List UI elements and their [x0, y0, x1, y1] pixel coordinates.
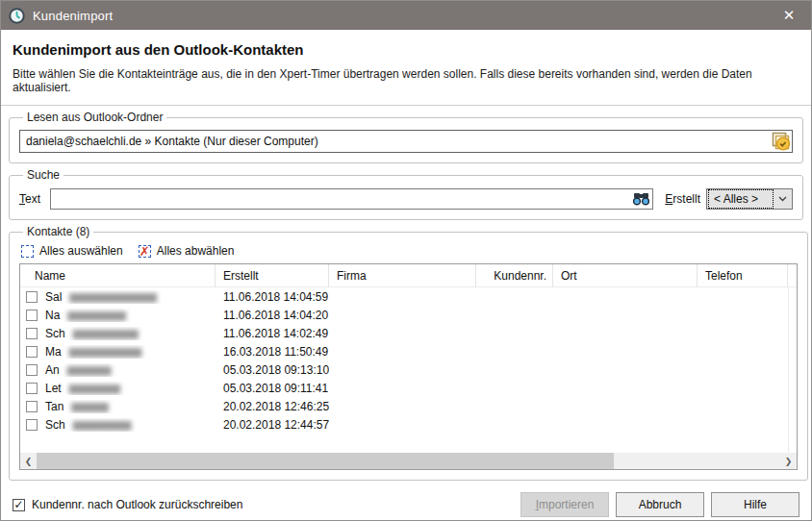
created-filter-value: < Alles >	[709, 190, 773, 208]
redacted-name: ▆▆▆▆▆▆▆▆	[67, 309, 125, 321]
created-label: Erstellt	[665, 192, 700, 206]
dialog-footer: ✓ Kundennr. nach Outlook zurückschreiben…	[13, 492, 799, 517]
table-row[interactable]: Sal▆▆▆▆▆▆▆▆▆▆▆▆ 11.06.2018 14:04:59	[20, 287, 797, 306]
binoculars-icon[interactable]	[633, 192, 649, 206]
text-label: Text	[19, 192, 40, 206]
outlook-folder-group-label: Lesen aus Outlook-Ordner	[23, 111, 166, 124]
created-cell: 20.02.2018 12:46:25	[216, 400, 329, 413]
redacted-name: ▆▆▆▆▆▆▆▆	[73, 418, 131, 431]
created-cell: 05.03.2018 09:13:10	[216, 363, 329, 377]
cancel-button[interactable]: Abbruch	[616, 492, 704, 517]
scroll-right-arrow-icon[interactable]: ❯	[780, 453, 797, 469]
column-header-phone[interactable]: Telefon	[698, 264, 788, 287]
column-header-created[interactable]: Erstellt	[216, 264, 329, 287]
redacted-name: ▆▆▆▆▆▆▆▆▆▆▆▆	[69, 290, 156, 303]
table-row[interactable]: Ma▆▆▆▆▆▆▆▆▆▆ 16.03.2018 11:50:49	[20, 342, 797, 360]
kundenimport-dialog: Kundenimport ✕ Kundenimport aus den Outl…	[0, 0, 812, 521]
horizontal-scrollbar[interactable]: ❮ ❯	[20, 453, 797, 469]
check-icon: ✓	[13, 500, 23, 510]
row-checkbox[interactable]	[26, 310, 38, 321]
row-checkbox[interactable]	[26, 346, 38, 358]
row-checkbox[interactable]	[26, 291, 38, 303]
redacted-name: ▆▆▆▆▆	[71, 400, 107, 412]
search-input[interactable]	[50, 188, 653, 210]
outlook-folder-picker-button[interactable]	[770, 131, 792, 152]
search-group-label: Suche	[23, 168, 63, 182]
empty-checkbox-icon	[21, 245, 34, 258]
import-button[interactable]: Importieren	[520, 492, 609, 517]
created-cell: 20.02.2018 12:44:57	[216, 418, 329, 432]
table-row[interactable]: Tan▆▆▆▆▆ 20.02.2018 12:46:25	[20, 397, 797, 415]
row-checkbox[interactable]	[26, 328, 38, 339]
red-x-checkbox-icon: ✗	[139, 245, 151, 258]
page-description: Bitte wählen Sie die Kontakteinträge aus…	[13, 67, 799, 94]
table-row[interactable]: Sch▆▆▆▆▆▆▆▆▆ 11.06.2018 14:02:49	[20, 324, 797, 342]
created-cell: 11.06.2018 14:04:20	[216, 309, 329, 322]
redacted-name: ▆▆▆▆▆▆▆	[69, 382, 119, 394]
row-checkbox[interactable]	[26, 364, 38, 376]
table-row[interactable]: Sch▆▆▆▆▆▆▆▆ 20.02.2018 12:44:57	[20, 415, 797, 434]
column-header-company[interactable]: Firma	[329, 264, 476, 287]
select-all-button[interactable]: Alles auswählen	[21, 244, 123, 258]
row-checkbox[interactable]	[26, 419, 38, 431]
row-checkbox[interactable]	[26, 401, 38, 412]
contacts-table: Name Erstellt Firma Kundennr. Ort Telefo…	[19, 263, 798, 470]
table-header: Name Erstellt Firma Kundennr. Ort Telefo…	[20, 264, 797, 287]
table-row[interactable]: Na▆▆▆▆▆▆▆▆ 11.06.2018 14:04:20	[20, 306, 797, 324]
created-cell: 11.06.2018 14:04:59	[216, 290, 329, 304]
search-group: Suche Text Erstellt < Alles >	[9, 168, 803, 220]
writeback-checkbox[interactable]: ✓	[13, 499, 25, 511]
titlebar: Kundenimport ✕	[1, 1, 811, 30]
window-title: Kundenimport	[33, 9, 765, 23]
column-header-name[interactable]: Name	[20, 264, 216, 287]
column-header-spacer	[788, 264, 797, 287]
contacts-group: Kontakte (8) Alles auswählen ✗ Alles abw…	[9, 225, 808, 481]
deselect-all-button[interactable]: ✗ Alles abwählen	[139, 244, 235, 258]
table-empty-area	[20, 434, 797, 453]
scrollbar-thumb[interactable]	[37, 453, 614, 469]
xpert-timer-clock-icon	[9, 8, 25, 24]
created-filter-dropdown[interactable]: < Alles >	[706, 188, 793, 210]
help-button[interactable]: Hilfe	[711, 492, 799, 517]
scrollbar-track[interactable]	[37, 453, 780, 469]
outlook-icon	[772, 132, 791, 152]
table-row[interactable]: Let▆▆▆▆▆▆▆ 05.03.2018 09:11:41	[20, 379, 797, 397]
created-cell: 16.03.2018 11:50:49	[216, 345, 329, 359]
deselect-all-label: Alles abwählen	[157, 244, 235, 258]
close-icon: ✕	[783, 7, 796, 24]
column-header-city[interactable]: Ort	[553, 264, 698, 287]
redacted-name: ▆▆▆▆▆▆	[67, 363, 111, 376]
created-cell: 05.03.2018 09:11:41	[216, 382, 329, 395]
row-checkbox[interactable]	[26, 383, 38, 394]
outlook-folder-field[interactable]	[19, 130, 793, 153]
writeback-label: Kundennr. nach Outlook zurückschreiben	[32, 498, 242, 511]
redacted-name: ▆▆▆▆▆▆▆▆▆▆	[69, 345, 141, 358]
table-row[interactable]: An▆▆▆▆▆▆ 05.03.2018 09:13:10	[20, 360, 797, 379]
outlook-folder-group: Lesen aus Outlook-Ordner	[9, 111, 803, 163]
created-cell: 11.06.2018 14:02:49	[216, 327, 329, 340]
dialog-header: Kundenimport aus den Outlook-Kontakten B…	[1, 30, 811, 106]
column-header-customer-no[interactable]: Kundennr.	[476, 264, 553, 287]
page-title: Kundenimport aus den Outlook-Kontakten	[13, 41, 799, 58]
contacts-group-label: Kontakte (8)	[23, 225, 93, 238]
select-all-label: Alles auswählen	[39, 244, 123, 258]
chevron-down-icon	[773, 196, 792, 202]
redacted-name: ▆▆▆▆▆▆▆▆▆	[73, 327, 138, 339]
scroll-left-arrow-icon[interactable]: ❮	[20, 453, 37, 469]
contacts-toolbar: Alles auswählen ✗ Alles abwählen	[21, 244, 798, 258]
close-button[interactable]: ✕	[773, 1, 805, 30]
